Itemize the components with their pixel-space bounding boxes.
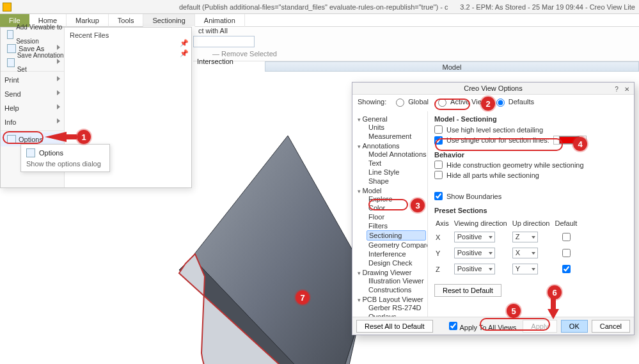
tree-drawing-viewer[interactable]: Drawing Viewer <box>358 269 426 276</box>
tree-interference[interactable]: Interference <box>367 249 426 258</box>
chk-high-level[interactable]: Use high level section detailing <box>434 125 627 134</box>
tree-units[interactable]: Units <box>367 123 426 132</box>
tree-floor[interactable]: Floor <box>367 212 426 221</box>
remove-selected-button[interactable]: — Remove Selected <box>212 50 277 58</box>
section-title: Model - Sectioning <box>434 115 627 123</box>
callout-3: 3 <box>411 198 425 212</box>
tree-sectioning[interactable]: Sectioning <box>367 230 426 241</box>
save-icon <box>7 44 16 53</box>
combo-up-x[interactable]: Z <box>512 232 538 242</box>
tree-measurement[interactable]: Measurement <box>367 132 426 141</box>
backstage-info[interactable]: Info <box>1 115 64 129</box>
intersection-dropdown[interactable]: Intersection <box>197 58 233 65</box>
callout-1: 1 <box>77 130 91 144</box>
tree-general[interactable]: General <box>358 115 426 123</box>
backstage-save-annotation[interactable]: Save Annotation Set <box>1 56 64 70</box>
tree-model-annotations[interactable]: Model Annotations <box>367 150 426 159</box>
ribbon-tabs: File Home Markup Tools Sectioning Animat… <box>0 14 639 27</box>
tree-model[interactable]: Model <box>358 187 426 194</box>
reset-to-default-button[interactable]: Reset to Default <box>434 284 501 297</box>
chk-hide-geometry[interactable]: Hide construction geometry while section… <box>434 161 627 169</box>
tree-text[interactable]: Text <box>367 159 426 168</box>
dialog-body: Showing: Global Active View Defaults Gen… <box>352 94 634 317</box>
callout-2: 2 <box>481 97 495 111</box>
table-row: Y Positive X <box>436 246 581 260</box>
app-icon <box>3 3 12 12</box>
backstage-send[interactable]: Send <box>1 87 64 101</box>
table-row: Z Positive Y <box>436 262 581 276</box>
model-header-label: Model <box>443 63 462 71</box>
tree-overlays[interactable]: Overlays <box>367 312 426 317</box>
chk-default-y[interactable] <box>562 249 571 257</box>
reset-all-button[interactable]: Reset All to Default <box>356 320 433 333</box>
chk-default-z[interactable] <box>562 265 571 273</box>
tree-gerber[interactable]: Gerber RS-274D <box>367 303 426 312</box>
chk-apply-all-views[interactable]: Apply To All Views <box>446 320 516 332</box>
chevron-right-icon <box>57 118 60 123</box>
tree-constructions[interactable]: Constructions <box>367 285 426 294</box>
tree-shape[interactable]: Shape <box>367 177 426 186</box>
chk-show-boundaries[interactable]: Show Boundaries <box>434 192 627 200</box>
dialog-titlebar[interactable]: Creo View Options ? ✕ <box>352 83 634 94</box>
combo-view-x[interactable]: Positive <box>454 232 495 242</box>
dialog-help-icon[interactable]: ? <box>612 84 621 93</box>
app-status-title: 3.2 - EPM: As Stored - 25 Mar 19 09:44 -… <box>460 3 635 11</box>
ribbon-tab-animation[interactable]: Animation <box>195 14 245 27</box>
chk-single-color[interactable]: Use single color for section lines: <box>434 136 627 145</box>
tree-annotations[interactable]: Annotations <box>358 142 426 150</box>
combo-view-y[interactable]: Positive <box>454 248 495 258</box>
combo-up-y[interactable]: X <box>512 248 538 258</box>
pin-icon[interactable]: 📌 <box>180 39 186 45</box>
backstage-help[interactable]: Help <box>1 101 64 115</box>
annotation-arrow-6 <box>546 296 560 319</box>
creo-view-options-dialog: Creo View Options ? ✕ Showing: Global Ac… <box>352 82 635 335</box>
sectioning-toolstrip: ct with All — Remove Selected <box>193 27 639 61</box>
chevron-right-icon <box>57 90 60 95</box>
callout-7: 7 <box>296 290 310 305</box>
chk-default-x[interactable] <box>562 233 571 241</box>
radio-defaults[interactable]: Defaults <box>493 97 534 107</box>
tree-line-style[interactable]: Line Style <box>367 168 426 177</box>
options-detail-pane: Model - Sectioning Use high level sectio… <box>428 111 634 317</box>
backstage-print[interactable]: Print <box>1 73 64 87</box>
chevron-right-icon <box>57 76 60 81</box>
callout-6: 6 <box>548 285 562 299</box>
backstage-add-viewable[interactable]: Add Viewable to Session <box>1 28 64 42</box>
chevron-right-icon <box>57 59 60 64</box>
backstage-item-label: Info <box>4 118 16 126</box>
preset-sections-table: Axis Viewing direction Up direction Defa… <box>434 217 582 278</box>
tree-illustration[interactable]: Illustration Viewer <box>367 276 426 285</box>
section-select-input[interactable] <box>193 36 255 47</box>
preset-header: Preset Sections <box>434 207 627 214</box>
tree-design-check[interactable]: Design Check <box>367 258 426 267</box>
tooltip-desc: Show the options dialog <box>26 160 104 168</box>
svg-marker-4 <box>45 132 77 142</box>
tree-filters[interactable]: Filters <box>367 221 426 230</box>
tree-geometry-compare[interactable]: Geometry Compare <box>367 241 426 249</box>
callout-5: 5 <box>507 304 521 318</box>
model-pane-header: Model <box>265 61 639 72</box>
intersection-label: Intersection <box>197 58 233 65</box>
backstage-item-label: Help <box>4 104 19 112</box>
pin-icon[interactable]: 📌 <box>180 49 186 56</box>
radio-active-view[interactable]: Active View <box>435 97 487 107</box>
dialog-close-icon[interactable]: ✕ <box>622 84 631 93</box>
combo-view-z[interactable]: Positive <box>454 264 495 274</box>
ribbon-tab-markup[interactable]: Markup <box>67 14 109 27</box>
col-default: Default <box>555 218 581 228</box>
options-icon <box>7 135 16 144</box>
tree-pcb[interactable]: PCB Layout Viewer <box>358 296 426 303</box>
table-row: X Positive Z <box>436 230 581 244</box>
cancel-button[interactable]: Cancel <box>592 320 630 333</box>
options-tree[interactable]: General Units Measurement Annotations Mo… <box>352 111 428 317</box>
recent-files-header: Recent Files <box>70 31 186 39</box>
chevron-right-icon <box>57 104 60 109</box>
ribbon-tab-sectioning[interactable]: Sectioning <box>143 14 194 27</box>
ribbon-tab-tools[interactable]: Tools <box>109 14 144 27</box>
ok-button[interactable]: OK <box>561 320 588 333</box>
col-up: Up direction <box>512 218 554 228</box>
radio-global[interactable]: Global <box>393 97 429 107</box>
combo-up-z[interactable]: Y <box>512 264 538 274</box>
chk-hide-parts[interactable]: Hide all parts while sectioning <box>434 171 627 179</box>
title-bar: default (Publish additional-files="stand… <box>0 0 639 14</box>
